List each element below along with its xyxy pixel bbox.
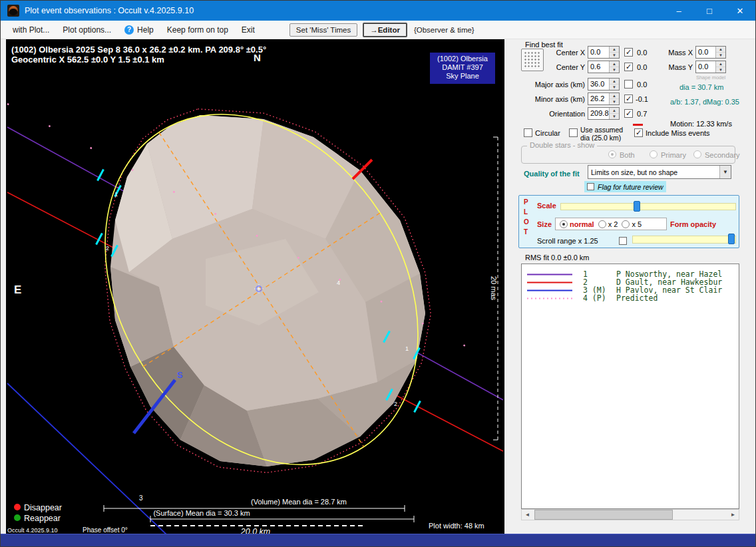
radio-icon <box>598 220 606 228</box>
maximize-button[interactable]: □ <box>694 1 725 21</box>
size-normal-option[interactable]: normal <box>560 220 594 228</box>
spinner-down-icon[interactable]: ▼ <box>610 114 619 119</box>
scroll-right-button[interactable]: ► <box>727 510 739 520</box>
sky-plane-plot[interactable]: 1 2 1 2 3 4 S (1002) Olbersia 2025 Sep 8… <box>6 39 504 535</box>
menu-item-plot-options[interactable]: Plot options... <box>56 23 118 37</box>
spinner-up-icon[interactable]: ▲ <box>610 61 619 67</box>
spinner-up-icon[interactable]: ▲ <box>716 47 725 53</box>
center-y-error: 0.0 <box>637 63 647 71</box>
miss-chord-label: 3 <box>139 494 143 502</box>
mass-y-spinner[interactable]: 0.0 ▲▼ <box>695 61 726 73</box>
spinner-down-icon[interactable]: ▼ <box>716 67 725 73</box>
minor-axis-label: Minor axis (km) <box>525 95 585 103</box>
list-horizontal-scrollbar[interactable]: ◄ ► <box>521 509 739 520</box>
window-controls: – □ ✕ <box>663 1 755 21</box>
size-x5-option[interactable]: x 5 <box>622 220 642 228</box>
size-normal-label: normal <box>570 220 594 228</box>
spinner-up-icon[interactable]: ▲ <box>610 108 619 114</box>
scroll-range-slider[interactable] <box>632 236 736 244</box>
chord-3-swatch <box>526 288 574 293</box>
plot-letter-p: P <box>524 198 528 206</box>
dropdown-arrow-icon[interactable]: ▼ <box>719 166 731 178</box>
app-icon-dot <box>9 9 17 15</box>
mass-x-spinner[interactable]: 0.0 ▲▼ <box>695 46 726 59</box>
menu-item-exit[interactable]: Exit <box>235 23 262 37</box>
center-x-fit-checkbox[interactable]: ✓ <box>624 48 633 57</box>
scroll-left-button[interactable]: ◄ <box>522 510 533 520</box>
menu-item-help[interactable]: ? Help <box>118 23 160 37</box>
reappear-dot <box>14 514 21 521</box>
orientation-fit-checkbox[interactable]: ✓ <box>624 109 633 118</box>
center-x-spinner[interactable]: 0.0 ▲▼ <box>588 46 620 59</box>
close-button[interactable]: ✕ <box>725 1 755 21</box>
scroll-range-label: Scroll range x 1.25 <box>537 237 598 245</box>
scale-slider[interactable] <box>560 203 736 210</box>
scroll-range-checkbox[interactable] <box>619 237 627 245</box>
spinner-arrows[interactable]: ▲▼ <box>609 79 619 90</box>
observation-row[interactable]: 4 (P) Predicted <box>522 294 739 302</box>
size-x2-option[interactable]: x 2 <box>598 220 618 228</box>
miss-legend-dash <box>633 124 643 126</box>
taskbar-strip <box>1 534 755 546</box>
info-damit: DAMIT #397 <box>442 63 483 71</box>
minor-axis-spinner[interactable]: 26.2 ▲▼ <box>588 92 620 105</box>
center-y-spinner[interactable]: 0.6 ▲▼ <box>588 61 620 73</box>
observations-list[interactable]: 1 P Nosworthy, near Hazel 2 D Gault, nea… <box>521 264 739 509</box>
spinner-down-icon[interactable]: ▼ <box>610 85 619 90</box>
minor-axis-fit-checkbox[interactable]: ✓ <box>624 94 633 103</box>
center-y-fit-checkbox[interactable]: ✓ <box>624 63 633 71</box>
use-assumed-checkbox[interactable] <box>569 128 578 137</box>
motion-note: Motion: 12.33 km/s <box>670 120 732 128</box>
spinner-arrows[interactable]: ▲▼ <box>609 93 619 104</box>
scale-slider-thumb[interactable] <box>634 201 640 212</box>
spinner-up-icon[interactable]: ▲ <box>610 93 619 99</box>
menu-item-keep-on-top[interactable]: Keep form on top <box>160 23 235 37</box>
disappear-dot <box>14 504 21 510</box>
editor-button[interactable]: →Editor <box>363 23 407 37</box>
minor-axis-value: 26.2 <box>588 93 609 104</box>
flag-review-row: Flag for future review <box>584 181 666 192</box>
status-plot-width: Plot width: 48 km <box>429 522 484 530</box>
chord1-left-label: 1 <box>114 191 118 198</box>
status-version: Occult 4.2025.9.10 <box>7 527 58 534</box>
quality-dropdown[interactable]: Limits on size, but no shape ▼ <box>588 165 731 179</box>
plot-title-line2: Geocentric X 562.5 ±0.0 Y 1.5 ±0.1 km <box>11 55 164 65</box>
spinner-arrows[interactable]: ▲▼ <box>715 47 725 58</box>
spinner-arrows[interactable]: ▲▼ <box>715 61 725 73</box>
set-miss-times-button[interactable]: Set 'Miss' Times <box>289 23 357 37</box>
chord2-right-label: 2 <box>394 401 397 407</box>
menu-item-with-plot[interactable]: with Plot... <box>6 23 56 37</box>
minimize-button[interactable]: – <box>663 1 694 21</box>
south-pole-label: S <box>177 370 183 380</box>
spinner-up-icon[interactable]: ▲ <box>610 79 619 85</box>
radio-icon <box>560 220 568 228</box>
major-axis-spinner[interactable]: 36.0 ▲▼ <box>588 78 620 91</box>
orientation-spinner[interactable]: 209.8 ▲▼ <box>588 107 620 120</box>
flag-review-checkbox[interactable] <box>587 183 594 190</box>
spinner-down-icon[interactable]: ▼ <box>610 67 619 73</box>
plot-controls-box: P L O T Scale Size normal x 2 x 5 Form o… <box>518 195 739 248</box>
scroll-range-slider-thumb[interactable] <box>728 234 735 244</box>
spinner-down-icon[interactable]: ▼ <box>716 53 725 58</box>
observation-number: 4 (P) <box>583 293 616 303</box>
plot-letter-l: L <box>524 208 528 216</box>
spinner-down-icon[interactable]: ▼ <box>610 99 619 104</box>
spinner-down-icon[interactable]: ▼ <box>610 53 619 58</box>
spinner-arrows[interactable]: ▲▼ <box>609 61 619 73</box>
mean-dia-note: dia = 30.7 km <box>679 83 723 91</box>
scrollbar-track[interactable] <box>533 510 727 520</box>
spinner-up-icon[interactable]: ▲ <box>716 61 725 67</box>
radio-both[interactable] <box>608 150 616 158</box>
observation-name: Predicted <box>616 293 658 303</box>
radio-primary[interactable] <box>650 150 658 158</box>
spinner-arrows[interactable]: ▲▼ <box>609 47 619 58</box>
include-miss-checkbox[interactable]: ✓ <box>634 128 643 137</box>
major-axis-fit-checkbox[interactable] <box>624 80 633 89</box>
chord-4-swatch <box>526 296 574 301</box>
circular-checkbox[interactable] <box>524 128 532 137</box>
spinner-arrows[interactable]: ▲▼ <box>609 108 619 119</box>
orientation-error: 0.7 <box>637 110 647 118</box>
scrollbar-thumb[interactable] <box>534 510 673 520</box>
radio-secondary[interactable] <box>693 150 701 158</box>
spinner-up-icon[interactable]: ▲ <box>610 47 619 53</box>
